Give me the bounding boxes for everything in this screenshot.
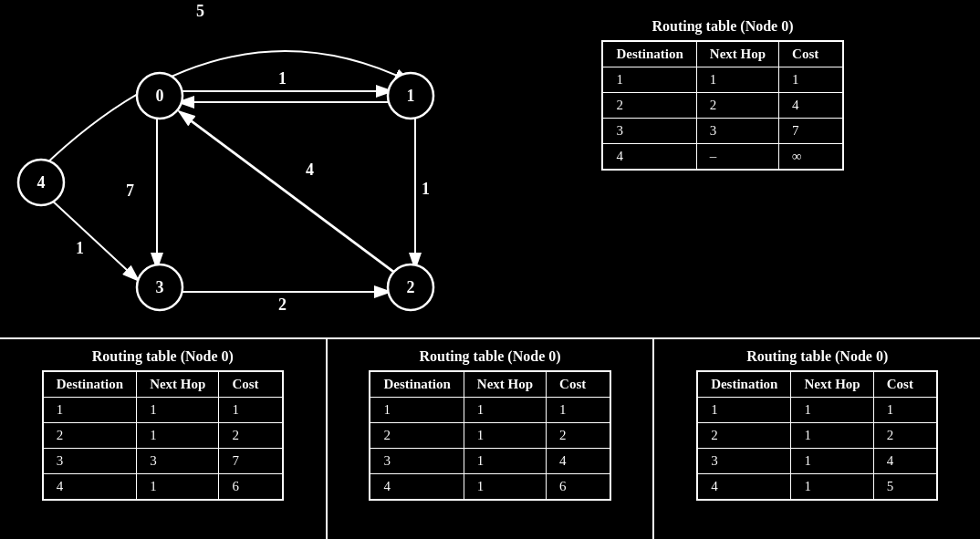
bottom-right-block: Routing table (Node 0) Destination Next … [654, 339, 980, 539]
table-cell: 1 [219, 398, 283, 423]
table-row: 314 [370, 449, 610, 474]
bl-col-cost: Cost [219, 371, 283, 398]
table-row: 212 [697, 423, 937, 449]
table-cell: 2 [602, 93, 696, 119]
table-row: 337 [43, 449, 283, 474]
table-cell: 5 [873, 474, 937, 501]
table-row: 224 [602, 93, 842, 119]
bm-col-cost: Cost [547, 371, 610, 398]
svg-text:7: 7 [126, 181, 134, 200]
svg-line-13 [50, 199, 139, 281]
svg-text:1: 1 [407, 87, 415, 105]
bottom-middle-block: Routing table (Node 0) Destination Next … [328, 339, 655, 539]
table-cell: 1 [547, 398, 610, 423]
svg-text:2: 2 [407, 278, 415, 296]
table-cell: 4 [43, 474, 137, 501]
table-cell: 3 [43, 449, 137, 474]
table-cell: 1 [43, 398, 137, 423]
top-section: 5 1 1 2 7 1 4 0 [0, 0, 980, 337]
table-cell: 6 [547, 474, 610, 501]
br-col-destination: Destination [697, 371, 791, 398]
table-cell: 1 [464, 398, 546, 423]
table-cell: 1 [464, 423, 546, 449]
table-cell: 7 [779, 119, 843, 144]
table-cell: 1 [791, 474, 873, 501]
table-cell: 1 [873, 398, 937, 423]
svg-text:3: 3 [156, 278, 164, 296]
graph-area: 5 1 1 2 7 1 4 0 [0, 0, 465, 337]
table-row: 111 [602, 67, 842, 93]
table-row: 416 [43, 474, 283, 501]
table-row: 111 [697, 398, 937, 423]
col-destination: Destination [602, 41, 696, 67]
table-cell: 4 [370, 474, 464, 501]
top-right-table: Destination Next Hop Cost 1112243374–∞ [601, 40, 843, 171]
table-cell: 1 [464, 449, 546, 474]
bottom-right-table: Destination Next Hop Cost 111212314415 [696, 370, 938, 501]
table-cell: 1 [791, 449, 873, 474]
table-cell: 2 [696, 93, 778, 119]
svg-text:4: 4 [306, 161, 314, 179]
bottom-section: Routing table (Node 0) Destination Next … [0, 337, 980, 539]
table-cell: 1 [137, 423, 219, 449]
table-row: 212 [43, 423, 283, 449]
bl-col-nexthop: Next Hop [137, 371, 219, 398]
svg-text:1: 1 [278, 69, 287, 88]
table-cell: 2 [547, 423, 610, 449]
table-cell: 1 [370, 398, 464, 423]
br-col-cost: Cost [873, 371, 937, 398]
table-row: 111 [370, 398, 610, 423]
table-cell: 3 [696, 119, 778, 144]
bottom-middle-title: Routing table (Node 0) [419, 348, 560, 365]
svg-text:2: 2 [278, 295, 287, 314]
table-cell: 2 [43, 423, 137, 449]
svg-text:4: 4 [37, 173, 46, 192]
table-cell: 6 [219, 474, 283, 501]
table-cell: 1 [791, 423, 873, 449]
table-row: 314 [697, 449, 937, 474]
table-cell: 1 [464, 474, 546, 501]
table-cell: 7 [219, 449, 283, 474]
bottom-middle-table: Destination Next Hop Cost 111212314416 [369, 370, 610, 501]
table-cell: 2 [370, 423, 464, 449]
col-cost: Cost [779, 41, 843, 67]
bm-col-nexthop: Next Hop [464, 371, 546, 398]
table-cell: 1 [697, 398, 791, 423]
svg-text:1: 1 [422, 180, 430, 198]
table-cell: 1 [696, 67, 778, 93]
table-cell: 4 [779, 93, 843, 119]
table-cell: 3 [697, 449, 791, 474]
table-cell: 3 [137, 449, 219, 474]
table-cell: 4 [602, 144, 696, 171]
bottom-left-table: Destination Next Hop Cost 111212337416 [42, 370, 284, 501]
table-row: 415 [697, 474, 937, 501]
bm-col-destination: Destination [370, 371, 464, 398]
table-cell: 2 [873, 423, 937, 449]
table-row: 4–∞ [602, 144, 842, 171]
table-cell: 4 [873, 449, 937, 474]
table-row: 212 [370, 423, 610, 449]
table-cell: 3 [370, 449, 464, 474]
table-cell: 4 [697, 474, 791, 501]
table-row: 111 [43, 398, 283, 423]
svg-text:1: 1 [76, 239, 84, 257]
graph-svg: 5 1 1 2 7 1 4 0 [0, 0, 465, 337]
table-cell: 1 [602, 67, 696, 93]
table-cell: ∞ [779, 144, 843, 171]
table-cell: 1 [779, 67, 843, 93]
table-cell: 3 [602, 119, 696, 144]
svg-text:5: 5 [196, 2, 204, 20]
table-cell: 1 [137, 474, 219, 501]
bottom-left-title: Routing table (Node 0) [92, 348, 234, 365]
table-cell: – [696, 144, 778, 171]
table-row: 337 [602, 119, 842, 144]
bl-col-destination: Destination [43, 371, 137, 398]
table-cell: 1 [791, 398, 873, 423]
table-cell: 2 [219, 423, 283, 449]
bottom-right-title: Routing table (Node 0) [746, 348, 888, 365]
col-nexthop: Next Hop [696, 41, 778, 67]
table-cell: 1 [137, 398, 219, 423]
top-right-title: Routing table (Node 0) [652, 18, 793, 35]
bottom-left-block: Routing table (Node 0) Destination Next … [0, 339, 328, 539]
table-row: 416 [370, 474, 610, 501]
